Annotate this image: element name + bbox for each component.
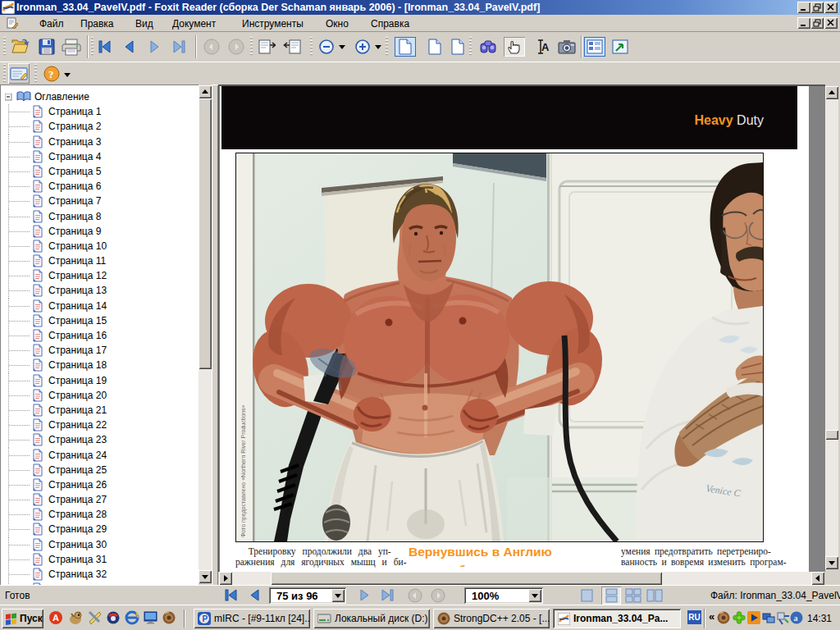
- svg-text:a: a: [794, 614, 798, 623]
- svg-text:?: ?: [48, 68, 54, 80]
- svg-text:A: A: [541, 41, 550, 53]
- svg-text:Фото предоставлено «Northern R: Фото предоставлено «Northern River Produ…: [240, 404, 247, 537]
- svg-text:A: A: [52, 613, 59, 623]
- svg-text:P: P: [203, 614, 208, 623]
